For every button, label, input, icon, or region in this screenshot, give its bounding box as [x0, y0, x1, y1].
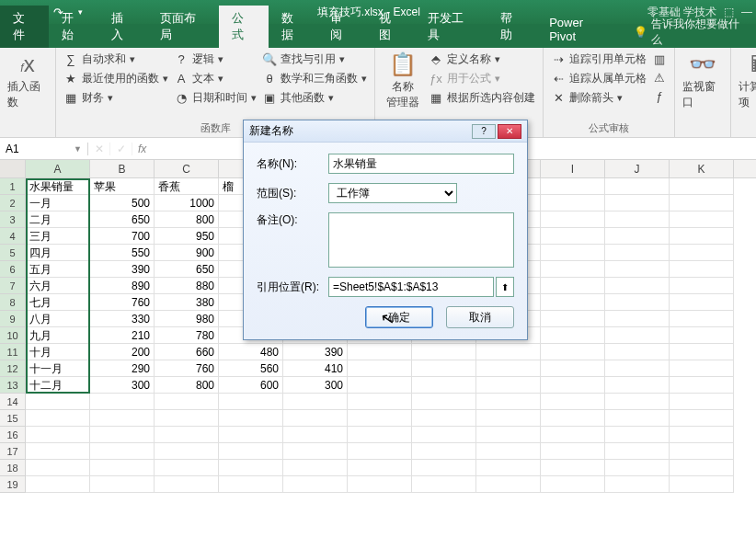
watch-window-button[interactable]: 👓 监视窗口 [682, 51, 723, 110]
cell[interactable]: 290 [90, 360, 155, 377]
cell[interactable]: 水果销量 [26, 178, 90, 195]
cell[interactable] [412, 443, 476, 460]
cell[interactable] [670, 261, 734, 278]
namebox-dropdown-icon[interactable]: ▼ [74, 144, 82, 154]
financial-button[interactable]: ▦财务 ▾ [63, 90, 168, 106]
remove-arrows-button[interactable]: ✕删除箭头 ▾ [551, 90, 647, 106]
row-header-6[interactable]: 6 [0, 261, 26, 278]
cell[interactable]: 700 [90, 228, 155, 245]
cell[interactable] [605, 211, 670, 228]
cell[interactable]: 390 [90, 261, 155, 278]
cell[interactable] [670, 344, 734, 360]
evaluate-button[interactable]: ƒ [652, 88, 667, 103]
logical-button[interactable]: ?逻辑 ▾ [174, 51, 257, 67]
cell[interactable] [670, 228, 734, 245]
cell[interactable] [90, 394, 155, 410]
cell[interactable] [412, 476, 476, 493]
row-header-11[interactable]: 11 [0, 344, 26, 360]
cell[interactable] [476, 344, 541, 360]
cell[interactable] [670, 178, 734, 195]
cell[interactable] [348, 443, 412, 460]
cell[interactable]: 苹果 [90, 178, 155, 195]
cell[interactable] [605, 394, 670, 410]
error-check-button[interactable]: ⚠ [652, 70, 667, 85]
cell[interactable]: 二月 [26, 211, 90, 228]
cell[interactable] [541, 327, 605, 344]
cell[interactable] [219, 427, 283, 443]
cell[interactable] [541, 360, 605, 377]
col-header-B[interactable]: B [90, 160, 155, 177]
cell[interactable] [26, 394, 90, 410]
row-header-2[interactable]: 2 [0, 195, 26, 211]
cell[interactable]: 300 [283, 377, 348, 394]
cell[interactable] [670, 195, 734, 211]
insert-function-button[interactable]: fx 插入函数 [7, 51, 48, 110]
autosum-button[interactable]: ∑自动求和 ▾ [63, 51, 168, 67]
cell[interactable] [155, 410, 219, 427]
cell[interactable] [348, 360, 412, 377]
cell[interactable] [26, 476, 90, 493]
cell[interactable] [26, 443, 90, 460]
cell[interactable] [541, 261, 605, 278]
tab-layout[interactable]: 页面布局 [147, 6, 220, 48]
cell[interactable] [476, 476, 541, 493]
col-header-I[interactable]: I [541, 160, 605, 177]
col-header-C[interactable]: C [155, 160, 219, 177]
row-header-12[interactable]: 12 [0, 360, 26, 377]
cell[interactable]: 550 [90, 245, 155, 261]
datetime-button[interactable]: ◔日期和时间 ▾ [174, 90, 257, 106]
cell[interactable] [541, 178, 605, 195]
row-header-10[interactable]: 10 [0, 327, 26, 344]
cell[interactable] [219, 410, 283, 427]
cell[interactable]: 200 [90, 344, 155, 360]
tab-data[interactable]: 数据 [269, 6, 317, 48]
row-header-16[interactable]: 16 [0, 427, 26, 443]
cell[interactable] [541, 294, 605, 311]
cell[interactable] [605, 261, 670, 278]
tab-review[interactable]: 审阅 [317, 6, 366, 48]
cell[interactable] [670, 327, 734, 344]
cell[interactable] [90, 410, 155, 427]
cell[interactable] [348, 344, 412, 360]
cell[interactable] [541, 228, 605, 245]
cell[interactable] [670, 294, 734, 311]
cell[interactable]: 760 [90, 294, 155, 311]
cell[interactable] [283, 476, 348, 493]
cell[interactable] [670, 278, 734, 294]
cell[interactable]: 九月 [26, 327, 90, 344]
cell[interactable] [476, 410, 541, 427]
row-header-17[interactable]: 17 [0, 443, 26, 460]
cell[interactable] [670, 245, 734, 261]
cell[interactable]: 480 [219, 344, 283, 360]
cell[interactable] [670, 427, 734, 443]
cell[interactable] [605, 377, 670, 394]
cell[interactable] [541, 311, 605, 327]
row-header-9[interactable]: 9 [0, 311, 26, 327]
tab-home[interactable]: 开始 [49, 6, 97, 48]
cell[interactable] [541, 245, 605, 261]
comment-textarea[interactable] [328, 212, 514, 268]
cell[interactable] [412, 394, 476, 410]
cell[interactable] [412, 377, 476, 394]
cell[interactable] [90, 443, 155, 460]
cell[interactable]: 660 [155, 344, 219, 360]
cell[interactable] [476, 427, 541, 443]
cell[interactable] [541, 460, 605, 476]
dialog-help-icon[interactable]: ? [472, 124, 496, 139]
text-button[interactable]: A文本 ▾ [174, 71, 257, 86]
cell[interactable] [670, 360, 734, 377]
cell[interactable] [605, 410, 670, 427]
cell[interactable] [541, 443, 605, 460]
row-header-13[interactable]: 13 [0, 377, 26, 394]
cancel-entry-icon[interactable]: ✕ [88, 143, 110, 155]
use-in-formula-button[interactable]: ƒx用于公式 ▾ [429, 71, 535, 86]
cell[interactable] [412, 344, 476, 360]
cell[interactable] [348, 410, 412, 427]
cell[interactable] [348, 476, 412, 493]
col-header-J[interactable]: J [605, 160, 670, 177]
cell[interactable]: 650 [155, 261, 219, 278]
tab-dev[interactable]: 开发工具 [415, 6, 487, 48]
cell[interactable] [605, 443, 670, 460]
cell[interactable]: 390 [283, 344, 348, 360]
cell[interactable] [541, 394, 605, 410]
